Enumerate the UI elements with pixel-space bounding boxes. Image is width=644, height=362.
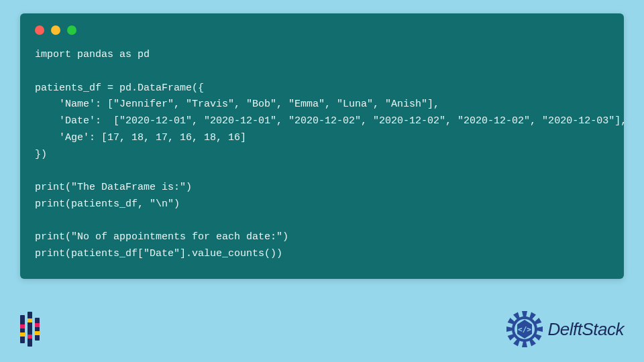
code-line: patients_df = pd.DataFrame({ bbox=[35, 82, 204, 94]
code-line: 'Age': [17, 18, 17, 16, 18, 16] bbox=[35, 132, 246, 143]
minimize-icon bbox=[51, 25, 60, 35]
close-icon bbox=[35, 25, 44, 35]
code-line: print(patients_df, "\n") bbox=[35, 198, 180, 210]
code-line: print("No of appointments for each date:… bbox=[35, 231, 288, 243]
svg-marker-9 bbox=[506, 326, 513, 332]
svg-marker-3 bbox=[537, 326, 543, 332]
code-line: 'Date': ["2020-12-01", "2020-12-01", "20… bbox=[35, 115, 627, 127]
footer: </> DelftStack bbox=[20, 306, 624, 353]
svg-marker-6 bbox=[522, 341, 527, 347]
code-line: 'Name': ["Jennifer", "Travis", "Bob", "E… bbox=[35, 99, 439, 110]
brand-logo: </> DelftStack bbox=[505, 310, 625, 349]
code-line: print(patients_df["Date"].value_counts()… bbox=[35, 248, 282, 259]
window-titlebar bbox=[35, 25, 609, 35]
code-window: import pandas as pd patients_df = pd.Dat… bbox=[20, 13, 624, 279]
svg-marker-0 bbox=[522, 311, 527, 317]
code-line: print("The DataFrame is:") bbox=[35, 182, 192, 193]
left-logo-icon bbox=[20, 312, 40, 347]
code-line: }) bbox=[35, 149, 47, 160]
svg-text:</>: </> bbox=[518, 325, 531, 334]
brand-name: DelftStack bbox=[548, 319, 625, 340]
gear-badge-icon: </> bbox=[505, 310, 544, 349]
maximize-icon bbox=[67, 25, 76, 35]
code-line: import pandas as pd bbox=[35, 49, 150, 60]
code-block: import pandas as pd patients_df = pd.Dat… bbox=[35, 47, 609, 263]
